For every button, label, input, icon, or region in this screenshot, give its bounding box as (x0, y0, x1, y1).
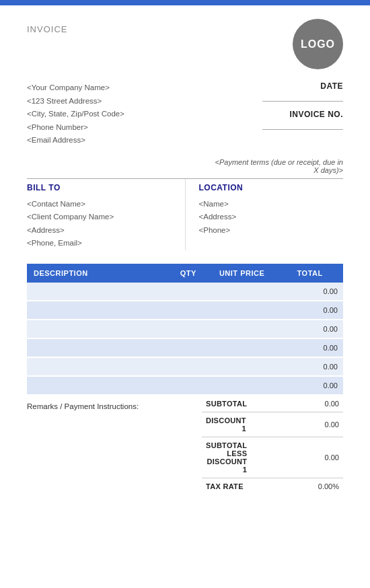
discount-row: DISCOUNT1 0.00 (202, 412, 343, 437)
cell-unit-price[interactable] (207, 301, 276, 320)
cell-unit-price[interactable] (207, 320, 276, 338)
cell-qty[interactable] (170, 320, 207, 338)
payment-terms-text: <Payment terms (due or receipt, due in X… (209, 158, 343, 174)
location-name: <Name> (199, 198, 344, 211)
location-col: LOCATION <Name> <Address> <Phone> (186, 179, 344, 250)
bill-address: <Address> (27, 224, 172, 237)
col-qty: QTY (170, 264, 207, 283)
tax-rate-label: TAX RATE (206, 482, 249, 490)
table-row[interactable]: 0.00 (27, 357, 343, 376)
location-phone: <Phone> (199, 224, 344, 237)
company-name: <Your Company Name> (27, 81, 124, 95)
cell-qty[interactable] (170, 357, 207, 376)
cell-description[interactable] (27, 376, 170, 395)
table-header-row: DESCRIPTION QTY UNIT PRICE TOTAL (27, 264, 343, 283)
subtotal-less-row: SUBTOTALLESSDISCOUNT1 0.00 (202, 437, 343, 478)
table-row[interactable]: 0.00 (27, 320, 343, 338)
cell-qty[interactable] (170, 301, 207, 320)
cell-description[interactable] (27, 283, 170, 301)
cell-description[interactable] (27, 357, 170, 376)
invoice-label: INVOICE (27, 24, 67, 34)
col-description: DESCRIPTION (27, 264, 170, 283)
company-address2: <City, State, Zip/Post Code> (27, 108, 124, 121)
cell-unit-price[interactable] (207, 376, 276, 395)
discount-value: 0.00 (309, 420, 339, 429)
subtotal-row: SUBTOTAL 0.00 (202, 396, 343, 412)
cell-total[interactable]: 0.00 (276, 301, 343, 320)
company-date-row: <Your Company Name> <123 Street Address>… (27, 81, 343, 147)
bill-to-col: BILL TO <Contact Name> <Client Company N… (27, 179, 186, 250)
col-unit-price: UNIT PRICE (207, 264, 276, 283)
company-email: <Email Address> (27, 134, 124, 147)
logo-circle: LOGO (293, 19, 343, 69)
top-accent-bar (0, 0, 370, 5)
remarks-label: Remarks / Payment Instructions: (27, 401, 195, 412)
date-invoice-block: DATE INVOICE NO. (256, 81, 343, 138)
items-table: DESCRIPTION QTY UNIT PRICE TOTAL 0.00 0.… (27, 264, 343, 396)
cell-total[interactable]: 0.00 (276, 376, 343, 395)
cell-unit-price[interactable] (207, 357, 276, 376)
tax-rate-value: 0.00% (309, 482, 339, 490)
subtotal-less-value: 0.00 (309, 453, 339, 462)
cell-unit-price[interactable] (207, 338, 276, 357)
bill-company: <Client Company Name> (27, 211, 172, 224)
cell-qty[interactable] (170, 376, 207, 395)
discount-label: DISCOUNT1 (206, 416, 252, 433)
company-info: <Your Company Name> <123 Street Address>… (27, 81, 124, 147)
bill-phone-email: <Phone, Email> (27, 237, 172, 250)
table-row[interactable]: 0.00 (27, 283, 343, 301)
subtotal-label: SUBTOTAL (206, 400, 252, 408)
bill-to-title: BILL TO (27, 183, 172, 192)
location-address: <Address> (199, 211, 344, 224)
company-address1: <123 Street Address> (27, 95, 124, 108)
cell-total[interactable]: 0.00 (276, 283, 343, 301)
cell-total[interactable]: 0.00 (276, 320, 343, 338)
cell-description[interactable] (27, 301, 170, 320)
table-row[interactable]: 0.00 (27, 301, 343, 320)
location-title: LOCATION (199, 183, 344, 192)
cell-qty[interactable] (170, 283, 207, 301)
col-total: TOTAL (276, 264, 343, 283)
invoice-no-field-line[interactable] (262, 120, 343, 130)
table-row[interactable]: 0.00 (27, 376, 343, 395)
tax-rate-row: TAX RATE 0.00% (202, 478, 343, 494)
subtotal-value: 0.00 (309, 400, 339, 408)
totals-col: SUBTOTAL 0.00 DISCOUNT1 0.00 SUBTOTALLES… (202, 396, 343, 494)
bottom-section: Remarks / Payment Instructions: SUBTOTAL… (27, 396, 343, 494)
cell-description[interactable] (27, 320, 170, 338)
cell-total[interactable]: 0.00 (276, 357, 343, 376)
date-label: DATE (256, 81, 343, 91)
header-row: INVOICE LOGO (27, 19, 343, 69)
remarks-col: Remarks / Payment Instructions: (27, 396, 202, 412)
cell-description[interactable] (27, 338, 170, 357)
subtotal-less-label: SUBTOTALLESSDISCOUNT1 (206, 441, 252, 474)
bill-contact: <Contact Name> (27, 198, 172, 211)
invoice-no-label: INVOICE NO. (256, 110, 343, 119)
cell-qty[interactable] (170, 338, 207, 357)
bill-location-row: BILL TO <Contact Name> <Client Company N… (27, 178, 343, 250)
company-phone: <Phone Number> (27, 121, 124, 135)
cell-unit-price[interactable] (207, 283, 276, 301)
cell-total[interactable]: 0.00 (276, 338, 343, 357)
date-field-line[interactable] (262, 92, 343, 102)
payment-terms-row: <Payment terms (due or receipt, due in X… (27, 158, 343, 174)
table-row[interactable]: 0.00 (27, 338, 343, 357)
